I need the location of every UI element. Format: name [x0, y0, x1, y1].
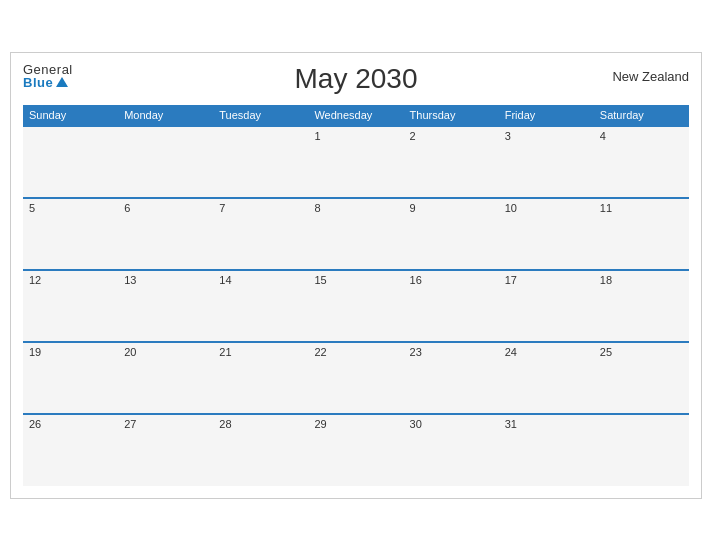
day-number-4: 4 — [600, 130, 683, 142]
day-number-28: 28 — [219, 418, 302, 430]
day-cell-27: 27 — [118, 414, 213, 486]
day-cell-11: 11 — [594, 198, 689, 270]
calendar-table: Sunday Monday Tuesday Wednesday Thursday… — [23, 105, 689, 486]
day-cell-31: 31 — [499, 414, 594, 486]
header-saturday: Saturday — [594, 105, 689, 126]
header-wednesday: Wednesday — [308, 105, 403, 126]
empty-cell-w0-d0 — [23, 126, 118, 198]
day-cell-28: 28 — [213, 414, 308, 486]
weekday-header-row: Sunday Monday Tuesday Wednesday Thursday… — [23, 105, 689, 126]
region-label: New Zealand — [612, 69, 689, 84]
week-row-2: 567891011 — [23, 198, 689, 270]
calendar-container: General Blue May 2030 New Zealand Sunday… — [10, 52, 702, 499]
day-number-22: 22 — [314, 346, 397, 358]
week-row-1: 1234 — [23, 126, 689, 198]
day-number-21: 21 — [219, 346, 302, 358]
day-number-25: 25 — [600, 346, 683, 358]
day-number-8: 8 — [314, 202, 397, 214]
calendar-header: General Blue May 2030 New Zealand — [23, 63, 689, 95]
header-friday: Friday — [499, 105, 594, 126]
day-cell-2: 2 — [404, 126, 499, 198]
day-number-31: 31 — [505, 418, 588, 430]
day-number-12: 12 — [29, 274, 112, 286]
day-number-29: 29 — [314, 418, 397, 430]
day-number-16: 16 — [410, 274, 493, 286]
logo-general-text: General — [23, 63, 73, 76]
logo-triangle-icon — [56, 77, 68, 87]
day-number-3: 3 — [505, 130, 588, 142]
day-number-9: 9 — [410, 202, 493, 214]
day-cell-17: 17 — [499, 270, 594, 342]
day-number-24: 24 — [505, 346, 588, 358]
day-number-23: 23 — [410, 346, 493, 358]
day-cell-26: 26 — [23, 414, 118, 486]
day-number-30: 30 — [410, 418, 493, 430]
week-row-3: 12131415161718 — [23, 270, 689, 342]
day-number-17: 17 — [505, 274, 588, 286]
day-cell-3: 3 — [499, 126, 594, 198]
week-row-4: 19202122232425 — [23, 342, 689, 414]
day-cell-5: 5 — [23, 198, 118, 270]
logo-blue-text: Blue — [23, 76, 73, 89]
header-thursday: Thursday — [404, 105, 499, 126]
day-number-13: 13 — [124, 274, 207, 286]
day-number-11: 11 — [600, 202, 683, 214]
day-number-7: 7 — [219, 202, 302, 214]
day-cell-30: 30 — [404, 414, 499, 486]
day-cell-23: 23 — [404, 342, 499, 414]
day-cell-10: 10 — [499, 198, 594, 270]
day-cell-24: 24 — [499, 342, 594, 414]
day-cell-1: 1 — [308, 126, 403, 198]
day-number-26: 26 — [29, 418, 112, 430]
day-cell-7: 7 — [213, 198, 308, 270]
day-number-27: 27 — [124, 418, 207, 430]
day-number-19: 19 — [29, 346, 112, 358]
day-number-6: 6 — [124, 202, 207, 214]
empty-cell-w0-d2 — [213, 126, 308, 198]
day-cell-25: 25 — [594, 342, 689, 414]
day-number-14: 14 — [219, 274, 302, 286]
header-sunday: Sunday — [23, 105, 118, 126]
day-cell-6: 6 — [118, 198, 213, 270]
day-number-2: 2 — [410, 130, 493, 142]
day-cell-21: 21 — [213, 342, 308, 414]
day-cell-29: 29 — [308, 414, 403, 486]
day-cell-8: 8 — [308, 198, 403, 270]
header-monday: Monday — [118, 105, 213, 126]
calendar-title: May 2030 — [295, 63, 418, 95]
day-cell-22: 22 — [308, 342, 403, 414]
day-number-1: 1 — [314, 130, 397, 142]
day-number-15: 15 — [314, 274, 397, 286]
empty-cell-w0-d1 — [118, 126, 213, 198]
day-number-18: 18 — [600, 274, 683, 286]
day-cell-19: 19 — [23, 342, 118, 414]
day-number-5: 5 — [29, 202, 112, 214]
day-cell-20: 20 — [118, 342, 213, 414]
day-cell-16: 16 — [404, 270, 499, 342]
day-number-10: 10 — [505, 202, 588, 214]
day-cell-18: 18 — [594, 270, 689, 342]
header-tuesday: Tuesday — [213, 105, 308, 126]
day-cell-15: 15 — [308, 270, 403, 342]
day-number-20: 20 — [124, 346, 207, 358]
empty-cell-w4-d6 — [594, 414, 689, 486]
day-cell-14: 14 — [213, 270, 308, 342]
logo: General Blue — [23, 63, 73, 89]
day-cell-4: 4 — [594, 126, 689, 198]
day-cell-9: 9 — [404, 198, 499, 270]
day-cell-12: 12 — [23, 270, 118, 342]
day-cell-13: 13 — [118, 270, 213, 342]
week-row-5: 262728293031 — [23, 414, 689, 486]
